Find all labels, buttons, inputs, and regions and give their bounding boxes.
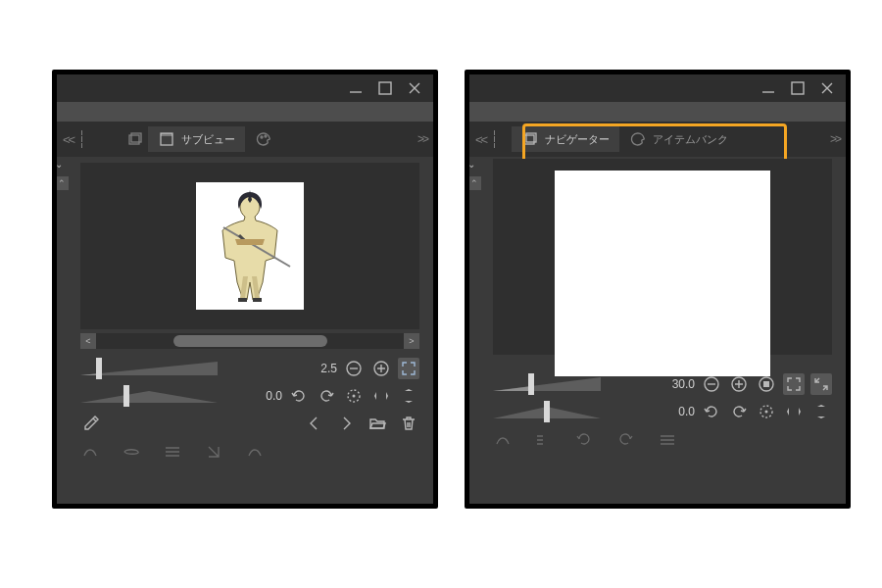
svg-rect-0 (379, 82, 391, 94)
svg-point-6 (265, 135, 267, 137)
zoom-slider-handle[interactable] (96, 358, 102, 379)
svg-rect-7 (238, 298, 247, 302)
rotate-slider[interactable] (80, 387, 218, 405)
palette-icon (255, 130, 272, 148)
delete-button[interactable] (398, 413, 419, 434)
tab-scroll-right-icon[interactable]: >> (830, 132, 840, 146)
minimize-button[interactable] (758, 79, 779, 97)
rotate-slider-handle[interactable] (123, 385, 129, 407)
open-folder-button[interactable] (367, 413, 388, 434)
rotate-value: 0.0 (658, 405, 695, 418)
tab-label: アイテムバンク (653, 132, 728, 147)
preview-area (493, 159, 832, 355)
zoom-slider[interactable] (493, 375, 601, 393)
collapse-chevron-icon[interactable]: ⌄ (55, 159, 63, 170)
tab-palette[interactable] (245, 126, 282, 152)
tab-subview[interactable]: サブビュー (148, 126, 245, 152)
canvas-thumbnail[interactable] (196, 182, 304, 310)
rotate-slider[interactable] (493, 403, 601, 420)
tabs: ナビゲーター アイテムバンク (512, 126, 738, 152)
tabs: サブビュー (122, 126, 282, 152)
zoom-value: 30.0 (658, 377, 695, 391)
svg-rect-19 (763, 381, 769, 387)
svg-rect-4 (161, 133, 172, 136)
fit-all-button[interactable] (756, 373, 777, 395)
rotate-cw-button[interactable] (728, 401, 750, 422)
rotate-slider-handle[interactable] (544, 401, 550, 422)
zoom-out-button[interactable] (343, 358, 365, 379)
grip-icon[interactable] (81, 130, 87, 148)
bottom-row-partial (80, 443, 419, 461)
rotate-cw-button[interactable] (316, 385, 337, 407)
scroll-up-button[interactable]: ⌃ (467, 176, 481, 190)
itembank-icon (629, 130, 647, 148)
navigator-panel: << ナビゲーター アイテムバンク >> ⌄ ⌃ (465, 70, 851, 509)
grip-icon[interactable] (494, 130, 500, 148)
tools-row (80, 410, 419, 437)
tab-navigator[interactable]: ナビゲーター (512, 126, 619, 152)
flip-vertical-button[interactable] (398, 385, 419, 407)
svg-rect-8 (253, 298, 262, 302)
collapse-chevron-icon[interactable]: ⌄ (467, 159, 475, 170)
tab-row: << ナビゲーター アイテムバンク >> ⌄ ⌃ (469, 122, 846, 157)
navigator-icon (521, 130, 539, 148)
zoom-value: 2.5 (300, 362, 337, 375)
maximize-button[interactable] (787, 79, 808, 97)
rotate-row: 0.0 (80, 382, 419, 410)
horizontal-scrollbar[interactable]: < > (80, 333, 419, 349)
svg-point-12 (353, 395, 356, 398)
scroll-track[interactable] (96, 333, 404, 349)
tab-label: サブビュー (181, 132, 235, 147)
controls: 2.5 0.0 (80, 355, 419, 437)
bottom-row-partial (493, 431, 832, 449)
next-page-button[interactable] (335, 413, 357, 434)
toolbar-strip (57, 102, 433, 122)
rotate-value: 0.0 (245, 389, 282, 403)
tab-scroll-right-icon[interactable]: >> (417, 132, 427, 146)
zoom-out-button[interactable] (701, 373, 722, 395)
close-button[interactable] (404, 79, 425, 97)
minimize-button[interactable] (345, 79, 367, 97)
tab-row: << サブビュー >> ⌄ (57, 122, 433, 157)
scroll-thumb[interactable] (173, 335, 327, 347)
fit-screen-button[interactable] (398, 358, 419, 379)
tab-scroll-left-icon[interactable]: << (63, 132, 74, 147)
rotate-row: 0.0 (493, 398, 832, 425)
maximize-button[interactable] (374, 79, 396, 97)
reset-rotation-button[interactable] (343, 385, 365, 407)
titlebar (469, 74, 846, 102)
zoom-row: 2.5 (80, 355, 419, 382)
flip-vertical-button[interactable] (810, 401, 832, 422)
tab-label: ナビゲーター (545, 132, 610, 147)
zoom-in-button[interactable] (728, 373, 750, 395)
subview-panel: << サブビュー >> ⌄ (52, 70, 438, 509)
close-button[interactable] (816, 79, 838, 97)
svg-point-5 (261, 136, 263, 138)
reset-rotation-button[interactable] (756, 401, 777, 422)
tab-scroll-left-icon[interactable]: << (475, 132, 486, 147)
rotate-ccw-button[interactable] (288, 385, 310, 407)
scroll-left-icon[interactable]: < (80, 333, 96, 349)
canvas-thumbnail[interactable] (555, 171, 770, 376)
character-artwork (196, 182, 304, 310)
zoom-slider-handle[interactable] (528, 373, 534, 395)
subview-icon (158, 130, 175, 148)
fit-screen-button[interactable] (783, 373, 805, 395)
scroll-up-button[interactable]: ⌃ (55, 176, 69, 190)
rotate-ccw-button[interactable] (701, 401, 722, 422)
actual-size-button[interactable] (810, 373, 832, 395)
flip-horizontal-button[interactable] (370, 385, 392, 407)
svg-rect-13 (792, 82, 804, 94)
zoom-slider[interactable] (80, 360, 218, 377)
tab-itembank[interactable]: アイテムバンク (619, 126, 738, 152)
preview-area (80, 163, 419, 329)
prev-page-button[interactable] (304, 413, 325, 434)
zoom-in-button[interactable] (370, 358, 392, 379)
eyedropper-button[interactable] (80, 413, 102, 434)
stack-icon[interactable] (122, 126, 148, 152)
titlebar (57, 74, 433, 102)
controls: 30.0 0.0 (493, 370, 832, 425)
flip-horizontal-button[interactable] (783, 401, 805, 422)
scroll-right-icon[interactable]: > (404, 333, 419, 349)
toolbar-strip (469, 102, 846, 122)
